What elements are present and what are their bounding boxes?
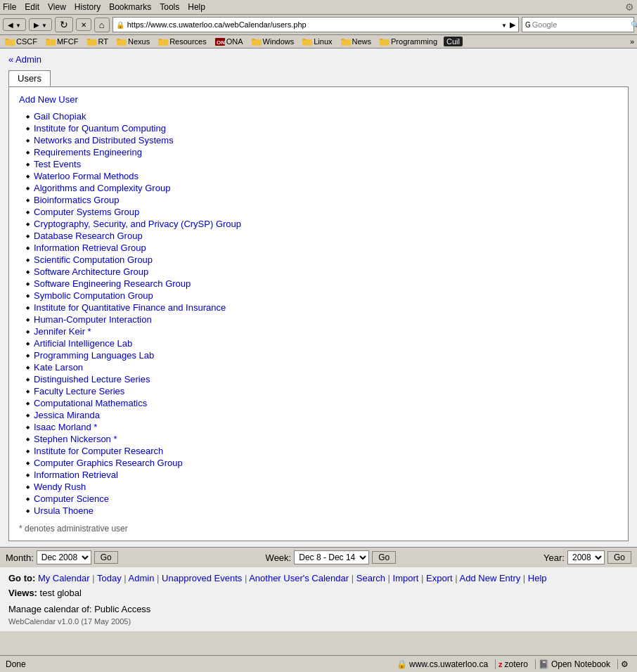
user-link[interactable]: Gail Chopiak bbox=[34, 111, 86, 122]
list-item[interactable]: Requirements Engineering bbox=[26, 146, 618, 158]
menu-edit[interactable]: Edit bbox=[25, 2, 39, 12]
bookmarks-more[interactable]: » bbox=[630, 37, 634, 46]
list-item[interactable]: Gail Chopiak bbox=[26, 110, 618, 122]
user-link[interactable]: Isaac Morland * bbox=[34, 422, 97, 432]
list-item[interactable]: Networks and Distributed Systems bbox=[26, 134, 618, 146]
goto-admin[interactable]: Admin bbox=[129, 573, 155, 583]
menu-tools[interactable]: Tools bbox=[160, 2, 179, 12]
admin-breadcrumb[interactable]: « Admin bbox=[8, 54, 629, 65]
list-item[interactable]: Software Engineering Research Group bbox=[26, 278, 618, 290]
user-link[interactable]: Kate Larson bbox=[34, 362, 83, 373]
list-item[interactable]: Bioinformatics Group bbox=[26, 194, 618, 206]
bookmark-nexus[interactable]: Nexus bbox=[115, 37, 152, 46]
user-link[interactable]: Human-Computer Interaction bbox=[34, 314, 152, 325]
user-link[interactable]: Software Architecture Group bbox=[34, 266, 148, 277]
list-item[interactable]: Computer Graphics Research Group bbox=[26, 457, 618, 469]
user-link[interactable]: Ursula Thoene bbox=[34, 505, 94, 516]
user-link[interactable]: Computer Systems Group bbox=[34, 207, 139, 217]
list-item[interactable]: Institute for Quantum Computing bbox=[26, 122, 618, 134]
list-item[interactable]: Faculty Lecture Series bbox=[26, 385, 618, 397]
user-link[interactable]: Wendy Rush bbox=[34, 482, 86, 492]
menu-history[interactable]: History bbox=[75, 2, 101, 12]
list-item[interactable]: Test Events bbox=[26, 158, 618, 170]
list-item[interactable]: Information Retrieval bbox=[26, 469, 618, 481]
forward-button[interactable] bbox=[29, 18, 52, 31]
address-dropdown-icon[interactable] bbox=[501, 20, 507, 29]
goto-unapproved-events[interactable]: Unapproved Events bbox=[162, 573, 242, 583]
list-item[interactable]: Computer Science bbox=[26, 493, 618, 505]
user-link[interactable]: Bioinformatics Group bbox=[34, 195, 119, 205]
list-item[interactable]: Database Research Group bbox=[26, 230, 618, 242]
user-link[interactable]: Institute for Quantitative Finance and I… bbox=[34, 302, 226, 313]
user-link[interactable]: Jessica Miranda bbox=[34, 410, 100, 420]
bookmark-rt[interactable]: RT bbox=[85, 37, 110, 46]
year-select[interactable]: 2008 bbox=[567, 550, 605, 564]
refresh-button[interactable] bbox=[55, 17, 73, 32]
user-link[interactable]: Stephen Nickerson * bbox=[34, 434, 117, 444]
week-select[interactable]: Dec 8 - Dec 14 bbox=[294, 550, 369, 564]
user-link[interactable]: Computational Mathematics bbox=[34, 398, 147, 408]
goto-import[interactable]: Import bbox=[393, 573, 419, 583]
goto-export[interactable]: Export bbox=[426, 573, 453, 583]
user-link[interactable]: Networks and Distributed Systems bbox=[34, 135, 174, 146]
list-item[interactable]: Isaac Morland * bbox=[26, 421, 618, 433]
month-select[interactable]: Dec 2008 bbox=[37, 550, 91, 564]
list-item[interactable]: Institute for Computer Research bbox=[26, 445, 618, 457]
home-button[interactable] bbox=[94, 18, 110, 32]
list-item[interactable]: Software Architecture Group bbox=[26, 266, 618, 278]
week-go-button[interactable]: Go bbox=[372, 551, 396, 564]
list-item[interactable]: Scientific Computation Group bbox=[26, 254, 618, 266]
menu-view[interactable]: View bbox=[48, 2, 66, 12]
list-item[interactable]: Jennifer Keir * bbox=[26, 325, 618, 337]
list-item[interactable]: Human-Computer Interaction bbox=[26, 314, 618, 325]
user-link[interactable]: Scientific Computation Group bbox=[34, 254, 153, 265]
list-item[interactable]: Algorithms and Complexity Group bbox=[26, 182, 618, 194]
user-link[interactable]: Algorithms and Complexity Group bbox=[34, 183, 170, 193]
user-link[interactable]: Information Retrieval bbox=[34, 470, 118, 480]
user-link[interactable]: Symbolic Computation Group bbox=[34, 290, 153, 301]
user-link[interactable]: Institute for Quantum Computing bbox=[34, 123, 166, 134]
user-link[interactable]: Test Events bbox=[34, 159, 81, 169]
goto-help[interactable]: Help bbox=[528, 573, 547, 583]
stop-button[interactable] bbox=[76, 18, 91, 31]
user-link[interactable]: Faculty Lecture Series bbox=[34, 386, 124, 396]
user-link[interactable]: Waterloo Formal Methods bbox=[34, 171, 139, 181]
user-link[interactable]: Artificial Intelligence Lab bbox=[34, 338, 132, 349]
menu-bookmarks[interactable]: Bookmarks bbox=[109, 2, 151, 12]
menu-help[interactable]: Help bbox=[188, 2, 205, 12]
list-item[interactable]: Kate Larson bbox=[26, 361, 618, 373]
list-item[interactable]: Institute for Quantitative Finance and I… bbox=[26, 302, 618, 314]
user-link[interactable]: Institute for Computer Research bbox=[34, 446, 163, 456]
bookmark-windows[interactable]: Windows bbox=[250, 37, 297, 46]
bookmark-mfcf[interactable]: MFCF bbox=[44, 37, 81, 46]
list-item[interactable]: Waterloo Formal Methods bbox=[26, 170, 618, 182]
bookmark-programming[interactable]: Programming bbox=[378, 37, 439, 46]
bookmark-ona[interactable]: ONA ONA bbox=[213, 37, 245, 46]
bookmark-cscf[interactable]: CSCF bbox=[3, 37, 39, 46]
list-item[interactable]: Distinguished Lecture Series bbox=[26, 373, 618, 385]
go-button[interactable]: ▶ bbox=[510, 20, 515, 30]
user-link[interactable]: Information Retrieval Group bbox=[34, 243, 146, 253]
add-new-user-link[interactable]: Add New User bbox=[19, 94, 618, 105]
list-item[interactable]: Stephen Nickerson * bbox=[26, 433, 618, 445]
back-button[interactable] bbox=[3, 18, 26, 31]
goto-search[interactable]: Search bbox=[356, 573, 385, 583]
menu-file[interactable]: File bbox=[3, 2, 16, 12]
user-link[interactable]: Requirements Engineering bbox=[34, 147, 142, 157]
list-item[interactable]: Computational Mathematics bbox=[26, 397, 618, 409]
user-link[interactable]: Software Engineering Research Group bbox=[34, 278, 191, 289]
tab-users[interactable]: Users bbox=[8, 70, 51, 86]
goto-add-new-entry[interactable]: Add New Entry bbox=[460, 573, 521, 583]
user-link[interactable]: Cryptography, Security, and Privacy (Cry… bbox=[34, 219, 241, 229]
user-link[interactable]: Distinguished Lecture Series bbox=[34, 374, 150, 385]
bookmark-news[interactable]: News bbox=[339, 37, 374, 46]
user-link[interactable]: Computer Science bbox=[34, 493, 109, 504]
url-input[interactable] bbox=[127, 20, 498, 29]
year-go-button[interactable]: Go bbox=[607, 551, 631, 564]
goto-today[interactable]: Today bbox=[97, 573, 122, 583]
goto-another-user[interactable]: Another User's Calendar bbox=[249, 573, 349, 583]
goto-my-calendar[interactable]: My Calendar bbox=[38, 573, 90, 583]
list-item[interactable]: Cryptography, Security, and Privacy (Cry… bbox=[26, 218, 618, 230]
user-link[interactable]: Programming Languages Lab bbox=[34, 350, 154, 361]
list-item[interactable]: Information Retrieval Group bbox=[26, 242, 618, 254]
